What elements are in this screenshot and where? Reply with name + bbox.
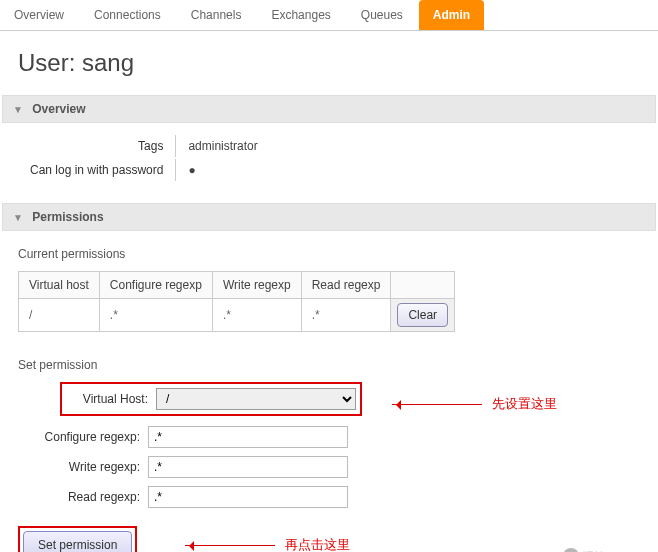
section-permissions-header[interactable]: ▼ Permissions <box>2 203 656 231</box>
set-button-highlight-box: Set permission <box>18 526 137 552</box>
chevron-down-icon: ▼ <box>13 212 23 223</box>
tab-channels[interactable]: Channels <box>177 0 256 30</box>
tab-exchanges[interactable]: Exchanges <box>257 0 344 30</box>
col-read: Read regexp <box>301 272 391 299</box>
login-value: ● <box>175 159 267 181</box>
main-tabs: Overview Connections Channels Exchanges … <box>0 0 658 31</box>
tags-label: Tags <box>20 135 173 157</box>
tags-value: administrator <box>175 135 267 157</box>
set-permission-heading: Set permission <box>0 352 658 382</box>
section-overview-header[interactable]: ▼ Overview <box>2 95 656 123</box>
vhost-label: Virtual Host: <box>66 392 156 406</box>
clear-button[interactable]: Clear <box>397 303 448 327</box>
configure-label: Configure regexp: <box>18 430 148 444</box>
arrow-icon <box>392 404 482 405</box>
annotation-second: 再点击这里 <box>185 536 350 552</box>
write-label: Write regexp: <box>18 460 148 474</box>
col-write: Write regexp <box>212 272 301 299</box>
tab-queues[interactable]: Queues <box>347 0 417 30</box>
tab-admin[interactable]: Admin <box>419 0 484 30</box>
login-label: Can log in with password <box>20 159 173 181</box>
cell-read: .* <box>301 299 391 332</box>
tab-connections[interactable]: Connections <box>80 0 175 30</box>
vhost-select[interactable]: / <box>156 388 356 410</box>
vhost-highlight-box: Virtual Host: / <box>60 382 362 416</box>
set-permission-button[interactable]: Set permission <box>23 531 132 552</box>
cell-vhost: / <box>19 299 100 332</box>
watermark: ✦ 玩转JavaEE <box>563 548 643 552</box>
col-actions <box>391 272 455 299</box>
cell-configure: .* <box>99 299 212 332</box>
wechat-icon: ✦ <box>563 548 579 552</box>
read-label: Read regexp: <box>18 490 148 504</box>
chevron-down-icon: ▼ <box>13 104 23 115</box>
table-row: / .* .* .* Clear <box>19 299 455 332</box>
cell-write: .* <box>212 299 301 332</box>
arrow-icon <box>185 545 275 546</box>
permissions-table: Virtual host Configure regexp Write rege… <box>18 271 455 332</box>
tab-overview[interactable]: Overview <box>0 0 78 30</box>
write-input[interactable] <box>148 456 348 478</box>
read-input[interactable] <box>148 486 348 508</box>
annotation-first: 先设置这里 <box>392 395 557 413</box>
col-configure: Configure regexp <box>99 272 212 299</box>
page-title: User: sang <box>0 31 658 95</box>
overview-info-table: Tags administrator Can log in with passw… <box>18 133 270 183</box>
configure-input[interactable] <box>148 426 348 448</box>
col-vhost: Virtual host <box>19 272 100 299</box>
current-permissions-heading: Current permissions <box>0 241 658 271</box>
